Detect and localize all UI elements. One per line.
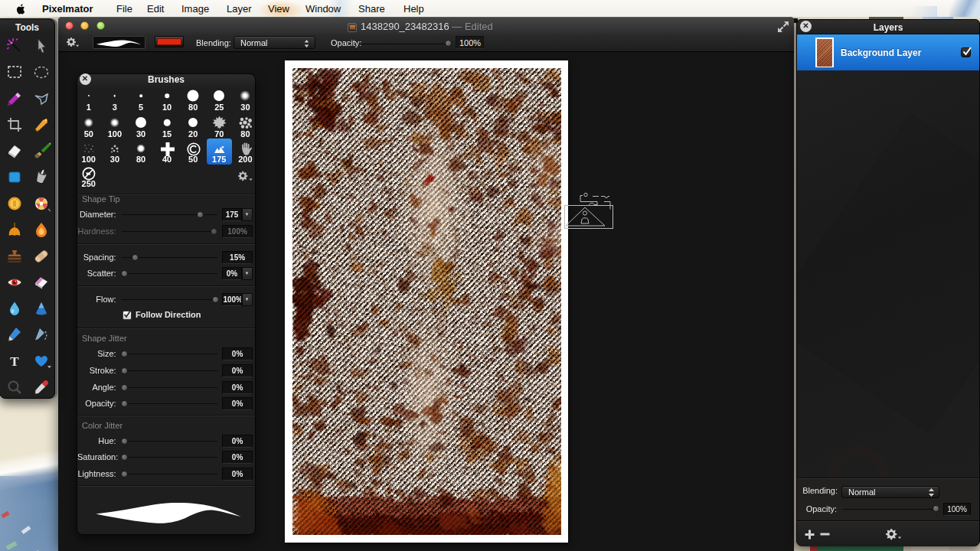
svg-text:T: T — [10, 354, 19, 369]
